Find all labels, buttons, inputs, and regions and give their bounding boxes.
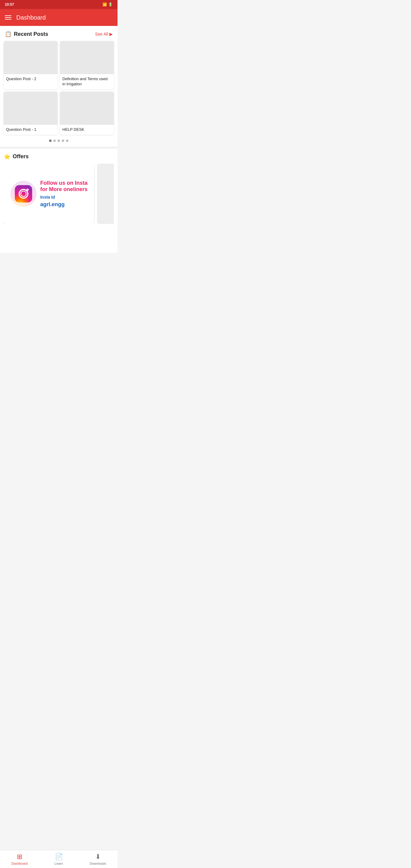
post-card-3-image — [4, 92, 58, 125]
status-bar: 10:57 📶 🔋 — [0, 0, 118, 9]
dot-2[interactable] — [53, 140, 56, 142]
post-card-1[interactable]: Question Post - 2 — [4, 41, 58, 89]
posts-grid: Question Post - 2 Definition and Terms u… — [0, 41, 118, 135]
post-card-4[interactable]: HELP DESK — [60, 92, 114, 135]
app-bar-title: Dashboard — [16, 14, 46, 21]
see-all-arrow: ▶ — [109, 32, 113, 36]
dot-3[interactable] — [58, 140, 60, 142]
instagram-text-block: Follow us on Instafor More oneliners Ins… — [40, 180, 87, 208]
post-card-2[interactable]: Definition and Terms used in Irrigation — [60, 41, 114, 89]
svg-rect-1 — [15, 185, 33, 203]
post-card-1-title: Question Post - 2 — [4, 74, 58, 84]
dot-4[interactable] — [62, 140, 64, 142]
instagram-follow-text: Follow us on Instafor More oneliners — [40, 180, 87, 193]
dot-5[interactable] — [66, 140, 68, 142]
post-card-3-title: Question Post - 1 — [4, 125, 58, 135]
post-card-2-title: Definition and Terms used in Irrigation — [60, 74, 114, 89]
post-card-3[interactable]: Question Post - 1 — [4, 92, 58, 135]
see-all-link[interactable]: See All ▶ — [95, 32, 113, 36]
offer-card-instagram[interactable]: Follow us on Instafor More oneliners Ins… — [4, 164, 94, 224]
main-content: 📋 Recent Posts See All ▶ Question Post -… — [0, 26, 118, 253]
offers-section: ⭐ Offers — [0, 149, 118, 229]
recent-posts-title: 📋 Recent Posts — [5, 31, 48, 37]
offers-label: Offers — [13, 153, 29, 160]
recent-posts-icon: 📋 — [5, 31, 11, 37]
recent-posts-header: 📋 Recent Posts See All ▶ — [0, 26, 118, 41]
instagram-id-value: agrl.engg — [40, 201, 87, 208]
status-icons: 📶 🔋 — [102, 2, 113, 7]
pagination-dots — [0, 135, 118, 147]
dot-1[interactable] — [49, 140, 52, 142]
recent-posts-label: Recent Posts — [14, 31, 48, 37]
app-bar: Dashboard — [0, 9, 118, 26]
see-all-text: See All — [95, 32, 108, 36]
post-card-4-image — [60, 92, 114, 125]
offer-card-agri[interactable] — [97, 164, 114, 224]
offers-icon: ⭐ — [4, 153, 10, 160]
svg-point-3 — [27, 189, 29, 191]
post-card-1-image — [4, 41, 58, 74]
offers-scroll[interactable]: Follow us on Instafor More oneliners Ins… — [4, 164, 114, 224]
post-card-4-title: HELP DESK — [60, 125, 114, 135]
status-time: 10:57 — [5, 2, 14, 7]
instagram-logo — [10, 180, 37, 207]
hamburger-menu-button[interactable] — [5, 16, 11, 20]
post-card-2-image — [60, 41, 114, 74]
instagram-id-label: Insta Id — [40, 195, 87, 199]
offers-title: ⭐ Offers — [4, 153, 114, 160]
